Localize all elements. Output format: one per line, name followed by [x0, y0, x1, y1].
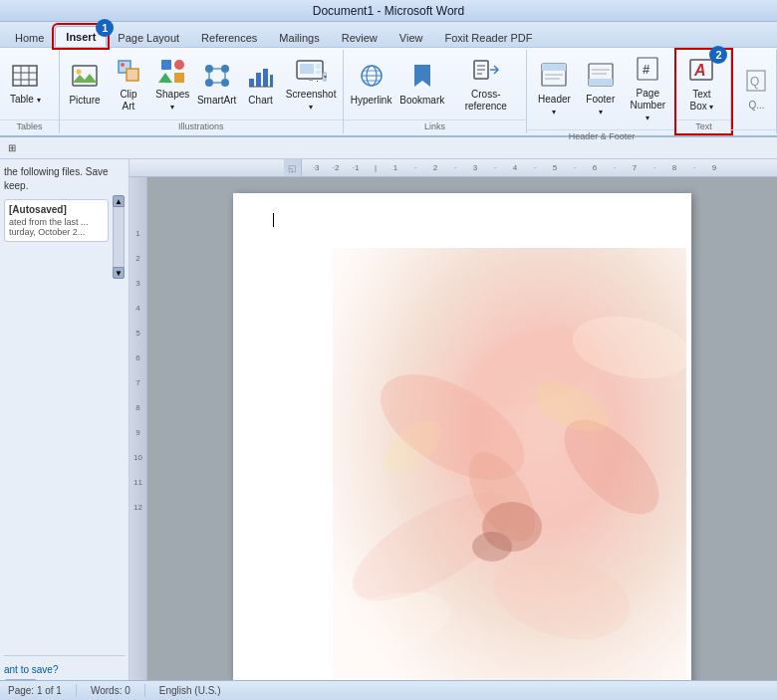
picture-label: Picture [69, 95, 100, 107]
status-bar: Page: 1 of 1 Words: 0 English (U.S.) [0, 680, 777, 700]
quick-parts-button[interactable]: Q Q... [735, 64, 777, 116]
tab-foxit[interactable]: Foxit Reader PDF [433, 27, 543, 47]
shapes-button[interactable]: Shapes ▾ [151, 53, 194, 117]
illustrations-group-content: Picture ClipArt [60, 50, 343, 119]
scroll-track [113, 207, 125, 267]
clip-art-button[interactable]: ClipArt [108, 53, 149, 117]
tab-page-layout[interactable]: Page Layout [107, 27, 190, 47]
hyperlink-label: Hyperlink [351, 95, 392, 107]
svg-rect-22 [249, 79, 254, 87]
smart-art-button[interactable]: SmartArt [196, 59, 238, 111]
autosave-item[interactable]: [Autosaved] ated from the last ... turda… [4, 199, 109, 242]
svg-rect-25 [270, 75, 273, 87]
chart-button[interactable]: Chart [240, 59, 282, 111]
smart-art-label: SmartArt [197, 95, 236, 107]
bookmark-button[interactable]: Bookmark [396, 59, 447, 111]
margin-ruler: 1 2 3 4 5 6 7 8 9 10 11 12 [130, 177, 147, 700]
more-label [731, 129, 776, 133]
header-label: Header ▾ [537, 94, 571, 117]
page-number-label: PageNumber ▾ [630, 88, 665, 123]
ruler: ◱ ·3 ·2 ·1 | 1 · 2 · 3 · 4 · 5 · 6 · 7 · [130, 159, 777, 177]
text-box-label: TextBox ▾ [689, 89, 713, 113]
tab-mailings[interactable]: Mailings [268, 27, 330, 47]
svg-text:▾: ▾ [324, 74, 327, 80]
document-area: ◱ ·3 ·2 ·1 | 1 · 2 · 3 · 4 · 5 · 6 · 7 · [130, 159, 777, 700]
page-wrapper: 1 2 3 4 5 6 7 8 9 10 11 12 [130, 177, 777, 700]
text-box-button[interactable]: A 2 TextBox ▾ [680, 53, 722, 117]
quick-parts-label: Q... [748, 100, 764, 112]
more-group-content: Q Q... [731, 50, 776, 129]
cross-reference-label: Cross-reference [455, 89, 516, 113]
title-text: Document1 - Microsoft Word [313, 4, 465, 18]
hyperlink-button[interactable]: Hyperlink [348, 59, 395, 111]
autosave-label: [Autosaved] [9, 204, 104, 215]
floral-svg [333, 248, 686, 700]
svg-rect-24 [263, 69, 268, 87]
chart-label: Chart [248, 95, 272, 107]
svg-rect-23 [256, 73, 261, 87]
picture-button[interactable]: Picture [64, 59, 106, 111]
page-info: Page: 1 of 1 [8, 685, 62, 696]
ribbon-tabs-bar: Home Insert 1 Page Layout References Mai… [0, 22, 777, 48]
document-page[interactable] [233, 193, 691, 700]
svg-point-66 [472, 532, 512, 562]
page-number-button[interactable]: # PageNumber ▾ [624, 52, 671, 127]
tab-insert[interactable]: Insert 1 [55, 26, 107, 47]
header-footer-group-content: Header ▾ Footer ▾ # [527, 50, 675, 129]
chart-icon [247, 63, 275, 93]
background-image [333, 248, 686, 700]
footer-icon [587, 62, 615, 92]
screenshot-button[interactable]: ▾ Screenshot ▾ [284, 53, 339, 117]
svg-point-15 [221, 65, 229, 73]
hyperlink-icon [358, 63, 386, 93]
home-indicator: ⊞ [8, 142, 16, 153]
format-bar-indicator: ⊞ [4, 142, 20, 153]
sidebar: the following files. Save keep. [Autosav… [0, 159, 130, 700]
autosave-detail: ated from the last ... turday, October 2… [9, 217, 104, 237]
header-button[interactable]: Header ▾ [531, 58, 577, 121]
svg-rect-0 [13, 66, 37, 86]
svg-rect-32 [317, 81, 318, 82]
tables-label: Tables [0, 119, 59, 133]
cross-reference-icon [472, 57, 500, 87]
svg-rect-10 [161, 60, 171, 70]
text-group-content: A 2 TextBox ▾ [676, 50, 730, 119]
tab-references[interactable]: References [190, 27, 268, 47]
svg-marker-12 [158, 73, 172, 83]
page-number-icon: # [634, 56, 661, 86]
bookmark-label: Bookmark [399, 95, 444, 107]
tab-view[interactable]: View [388, 27, 434, 47]
picture-icon [71, 63, 99, 93]
svg-rect-28 [300, 64, 314, 74]
scroll-down[interactable]: ▼ [113, 267, 125, 279]
status-divider-2 [144, 684, 145, 697]
table-button[interactable]: Table ▾ [4, 60, 47, 110]
footer-button[interactable]: Footer ▾ [579, 58, 622, 121]
clip-art-label: ClipArt [120, 89, 136, 113]
text-cursor [273, 213, 274, 227]
tab-review[interactable]: Review [331, 27, 388, 47]
language: English (U.S.) [159, 685, 221, 696]
svg-rect-49 [589, 79, 613, 86]
ruler-corner: ◱ [284, 159, 302, 176]
title-bar: Document1 - Microsoft Word [0, 0, 777, 22]
tab-home[interactable]: Home [4, 27, 55, 47]
page-scroll-area[interactable] [147, 177, 777, 700]
header-icon [540, 62, 568, 92]
save-prompt[interactable]: ant to save? [4, 655, 125, 675]
tables-group-content: Table ▾ [0, 50, 59, 119]
sidebar-scrollbar[interactable]: ▲ ▼ [113, 195, 125, 279]
page-top-content [233, 193, 691, 227]
cross-reference-button[interactable]: Cross-reference [449, 53, 522, 117]
shapes-label: Shapes ▾ [155, 89, 189, 113]
scroll-up[interactable]: ▲ [113, 195, 125, 207]
smart-art-icon [203, 63, 231, 93]
ribbon-group-links: Hyperlink Bookmark [344, 50, 528, 133]
svg-rect-30 [316, 71, 321, 74]
ribbon-group-header-footer: Header ▾ Footer ▾ # [527, 50, 676, 133]
badge-2: 2 [709, 46, 727, 64]
svg-rect-29 [316, 64, 321, 69]
ruler-marks: ·3 ·2 ·1 | 1 · 2 · 3 · 4 · 5 · 6 · 7 · 8… [304, 163, 724, 172]
links-label: Links [344, 119, 527, 133]
sidebar-content: [Autosaved] ated from the last ... turda… [4, 195, 125, 279]
